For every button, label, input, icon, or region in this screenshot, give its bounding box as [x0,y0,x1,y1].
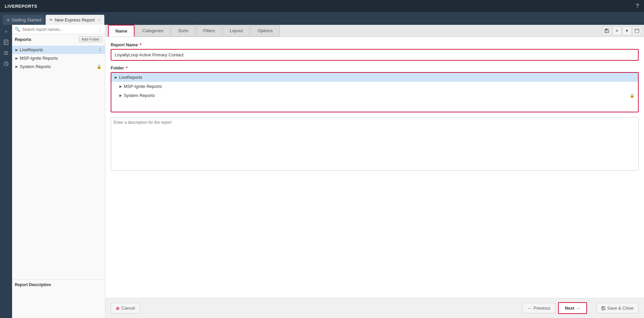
tab-layout[interactable]: Layout [223,25,250,37]
main-layout: + 🔍 ⋮ Reports Add Folder ▶ LiveReports [0,25,644,318]
list-icon[interactable] [1,48,11,58]
toolbar-icons: ✕ ▼ [602,26,641,35]
save-toolbar-icon[interactable] [602,26,611,35]
svg-rect-12 [605,31,608,33]
folder-item-msp-ignite[interactable]: ▶ MSP-Ignite Reports [111,82,638,91]
add-icon[interactable]: + [1,27,11,36]
save-close-button[interactable]: Save & Close [596,303,639,313]
svg-rect-13 [635,29,639,33]
nav-right: ← Previous Next → Save & Close [522,302,639,314]
clock-icon[interactable] [1,59,11,68]
help-icon[interactable]: ? [636,3,639,9]
tab-close-icon[interactable]: × [98,18,100,22]
chevron-right-icon: ▶ [115,75,117,79]
report-name-label: Report Name * [111,42,639,47]
tab-options[interactable]: Options [251,25,280,37]
folder-item-system-reports[interactable]: ▶ System Reports 🔒 [111,91,638,100]
tab-categories[interactable]: Categories [135,25,170,37]
description-textarea[interactable] [111,117,639,171]
tab-filters[interactable]: Filters [196,25,222,37]
lock-icon: 🔒 [630,93,635,98]
svg-rect-16 [602,307,604,308]
app-title: LIVEREPORTS [5,4,636,9]
app-bar: LIVEREPORTS ? [0,0,644,12]
folder-tree: ▶ LiveReports ▶ MSP-Ignite Reports ▶ Sys… [111,72,639,112]
arrow-left-icon: ← [527,306,532,311]
cancel-icon: ⊗ [116,306,120,311]
tree-item-label: System Reports [20,64,95,69]
window-toolbar-icon[interactable] [633,26,641,35]
folder-item-livereports[interactable]: ▶ LiveReports [111,73,638,82]
search-bar: 🔍 ⋮ [12,25,105,34]
tree-item-msp-ignite[interactable]: ▶ MSP-Ignite Reports [12,54,105,62]
save-icon [601,306,605,310]
tab-name[interactable]: Name [108,25,135,37]
close-toolbar-icon[interactable]: ✕ [612,26,621,35]
folder-item-label: LiveReports [119,75,142,80]
content-area: Report Name * Folder * ▶ LiveReports ▶ M… [105,37,644,298]
chevron-right-icon: ▶ [15,48,18,52]
tab-getting-started[interactable]: ⊙ Getting Started [3,15,45,25]
search-input[interactable] [22,27,98,32]
tree-item-livereports[interactable]: ▶ LiveReports ☰ [12,46,105,54]
dropdown-toolbar-icon[interactable]: ▼ [623,26,631,35]
chevron-right-icon: ▶ [119,85,122,88]
chevron-right-icon: ▶ [15,65,18,68]
reports-header: Reports Add Folder [12,34,105,44]
file-icon[interactable] [1,38,11,47]
getting-started-tab-label: Getting Started [12,17,41,22]
svg-line-9 [6,64,7,64]
tab-new-express-report[interactable]: ✏ New Express Report × [46,15,104,25]
folder-item-label: System Reports [124,93,155,98]
search-icon: 🔍 [15,27,20,32]
tab-bar: ⊙ Getting Started ✏ New Express Report × [0,12,644,25]
search-menu-icon[interactable]: ⋮ [98,27,102,32]
svg-rect-17 [602,308,604,310]
report-description-section: Report Description [12,279,105,318]
new-express-report-tab-label: New Express Report [55,17,95,22]
report-name-input[interactable] [111,49,639,61]
getting-started-tab-icon: ⊙ [7,18,10,22]
folder-label: Folder * [111,65,639,70]
svg-rect-11 [605,29,607,30]
right-panel: Name Categories Sorts Filters Layout Opt… [105,25,644,318]
tree-item-menu-icon[interactable]: ☰ [98,48,102,52]
previous-button[interactable]: ← Previous [522,303,555,313]
report-description-content [15,288,102,315]
folder-item-label: MSP-Ignite Reports [124,84,162,89]
tree-item-system-reports[interactable]: ▶ System Reports 🔒 [12,62,105,71]
cancel-button[interactable]: ⊗ Cancel [111,303,140,314]
reports-tree: ▶ LiveReports ☰ ▶ MSP-Ignite Reports ▶ S… [12,44,105,279]
tab-sorts[interactable]: Sorts [171,25,195,37]
arrow-right-icon: → [576,306,580,311]
new-express-report-tab-icon: ✏ [50,18,53,22]
bottom-nav: ⊗ Cancel ← Previous Next → Save & Close [105,298,644,318]
icon-rail: + [0,25,12,318]
report-description-title: Report Description [15,282,102,287]
add-folder-button[interactable]: Add Folder [79,36,102,42]
next-button[interactable]: Next → [558,302,587,314]
tree-item-label: LiveReports [20,47,97,52]
chevron-right-icon: ▶ [15,56,18,60]
lock-icon: 🔒 [97,64,102,69]
reports-title: Reports [15,37,31,42]
left-panel: 🔍 ⋮ Reports Add Folder ▶ LiveReports ☰ ▶… [12,25,105,318]
content-tabs: Name Categories Sorts Filters Layout Opt… [105,25,644,37]
chevron-right-icon: ▶ [119,94,122,97]
tree-item-label: MSP-Ignite Reports [20,56,102,61]
